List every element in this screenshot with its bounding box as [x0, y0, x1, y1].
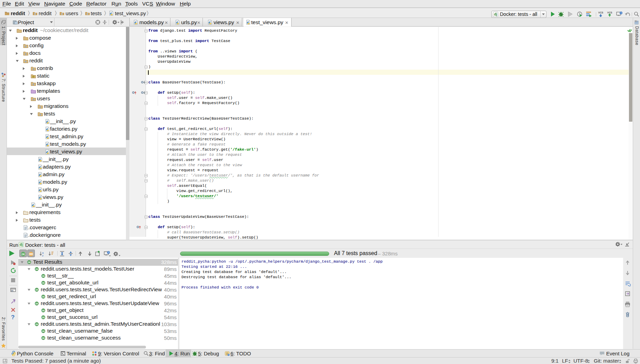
svg-text:VCS: VCS — [598, 11, 603, 14]
svg-text:z: z — [42, 254, 43, 257]
svg-text:OK: OK — [21, 253, 25, 255]
svg-text:VCS: VCS — [607, 11, 612, 14]
